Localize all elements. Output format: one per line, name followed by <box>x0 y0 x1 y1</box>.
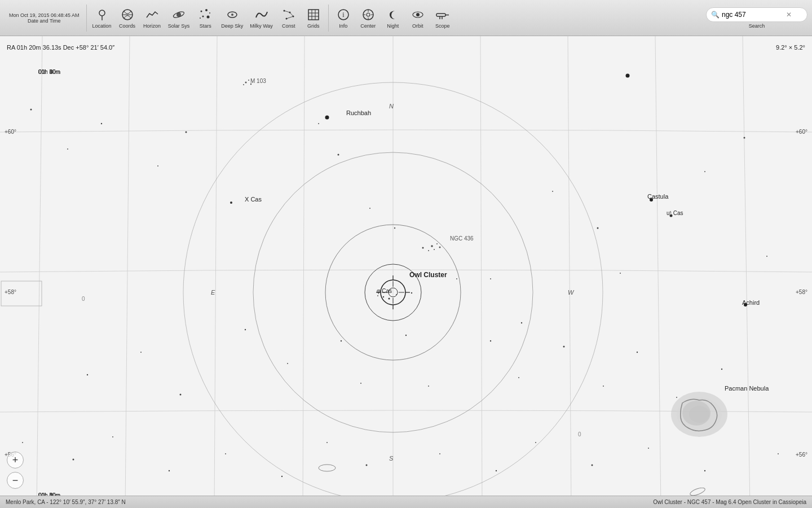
milkyway-label: Milky Way <box>250 23 273 29</box>
svg-point-88 <box>552 191 553 192</box>
separator-2 <box>328 5 329 32</box>
location-label: Location <box>92 23 112 29</box>
svg-point-9 <box>202 16 204 17</box>
svg-text:i: i <box>342 11 345 19</box>
dec-right-2: +56° <box>796 452 807 458</box>
zoom-out-button[interactable]: − <box>7 472 24 489</box>
direction-east: E <box>211 289 215 296</box>
horizon-icon <box>144 7 160 23</box>
search-clear-button[interactable]: ✕ <box>786 11 792 19</box>
fov-display: 9.2° × 5.2° <box>776 44 805 51</box>
location-button[interactable]: Location <box>89 6 115 30</box>
const-button[interactable]: Const <box>276 6 301 30</box>
svg-point-87 <box>521 322 522 323</box>
dec-left-1: +58° <box>5 289 16 295</box>
svg-point-105 <box>428 386 429 387</box>
coords-button[interactable]: Coords <box>115 6 140 30</box>
const-icon <box>281 7 297 23</box>
svg-point-83 <box>403 299 404 300</box>
starmap[interactable]: RA 01h 20m 36.13s Dec +58° 21′ 54.0″ 9.2… <box>0 36 812 508</box>
coords-label: Coords <box>119 23 135 29</box>
svg-point-102 <box>341 340 342 341</box>
svg-point-106 <box>490 340 491 341</box>
grids-button[interactable]: Grids <box>301 6 326 30</box>
svg-point-108 <box>563 346 565 348</box>
svg-point-131 <box>439 247 441 248</box>
svg-point-121 <box>439 453 440 454</box>
zoom-out-icon: − <box>12 475 19 487</box>
horizon-button[interactable]: Horizon <box>140 6 165 30</box>
svg-point-84 <box>389 298 390 300</box>
svg-point-119 <box>326 442 328 443</box>
svg-point-76 <box>394 227 395 229</box>
scope-button[interactable]: Scope <box>430 6 455 30</box>
grids-icon <box>306 7 321 23</box>
svg-point-67 <box>67 148 68 150</box>
stars-button[interactable]: Stars <box>193 6 218 30</box>
milkyway-button[interactable]: Milky Way <box>246 6 276 30</box>
svg-point-96 <box>744 303 747 306</box>
zero-label-left: 0 <box>82 296 85 302</box>
svg-point-116 <box>169 470 170 471</box>
horizon-label: Horizon <box>143 23 161 29</box>
orbit-label: Orbit <box>412 23 423 29</box>
info-label: Info <box>339 23 347 29</box>
night-button[interactable]: Night <box>381 6 405 30</box>
svg-point-11 <box>200 17 201 19</box>
svg-point-6 <box>201 11 202 12</box>
night-icon <box>385 7 401 23</box>
svg-point-139 <box>689 406 709 423</box>
orbit-icon <box>410 7 426 23</box>
svg-point-124 <box>592 465 593 466</box>
svg-point-103 <box>360 383 361 384</box>
svg-point-95 <box>766 256 767 257</box>
center-button[interactable]: Center <box>356 6 381 30</box>
svg-point-68 <box>101 123 102 124</box>
svg-point-34 <box>416 13 420 16</box>
oval-shape-1 <box>316 462 338 474</box>
svg-point-71 <box>230 202 232 204</box>
svg-point-89 <box>597 227 599 229</box>
svg-point-7 <box>205 9 208 11</box>
svg-point-107 <box>518 377 519 378</box>
ra-dec-value: RA 01h 20m 36.13s Dec +58° 21′ 54.0″ <box>7 44 114 51</box>
svg-point-123 <box>535 442 536 443</box>
svg-point-75 <box>369 208 370 209</box>
svg-point-114 <box>73 459 74 461</box>
info-button[interactable]: i Info <box>331 6 356 30</box>
svg-point-128 <box>431 246 433 247</box>
svg-point-127 <box>778 453 779 454</box>
ra-top-6: 00h 50m <box>38 69 60 75</box>
svg-point-117 <box>225 453 226 454</box>
svg-point-134 <box>250 84 251 85</box>
svg-point-112 <box>721 369 722 370</box>
scope-label: Scope <box>435 23 450 29</box>
toolbar: Mon Oct 19, 2015 06:48:45 AM Date and Ti… <box>0 0 812 36</box>
svg-point-91 <box>650 198 653 202</box>
oval-shape-2 <box>688 488 708 496</box>
svg-point-79 <box>456 278 457 279</box>
svg-point-110 <box>637 352 638 353</box>
search-container: 🔍 ✕ <box>706 7 807 22</box>
svg-point-90 <box>620 273 621 274</box>
svg-point-97 <box>87 374 88 375</box>
milkyway-icon <box>254 7 270 23</box>
svg-point-120 <box>366 465 368 466</box>
svg-line-19 <box>290 12 293 16</box>
zoom-in-button[interactable]: + <box>7 452 24 468</box>
solarsys-icon <box>171 7 187 23</box>
search-input[interactable] <box>722 11 784 19</box>
svg-point-82 <box>383 296 384 297</box>
zoom-in-icon: + <box>12 454 19 466</box>
svg-point-132 <box>245 82 247 84</box>
deepsky-button[interactable]: Deep Sky <box>218 6 246 30</box>
datetime-button[interactable]: Mon Oct 19, 2015 06:48:45 AM Date and Ti… <box>5 11 84 25</box>
orbit-button[interactable]: Orbit <box>405 6 430 30</box>
svg-point-85 <box>396 294 397 295</box>
solarsys-button[interactable]: Solar Sys <box>165 6 193 30</box>
stars-label: Stars <box>200 23 211 29</box>
svg-point-135 <box>243 84 244 85</box>
zero-label-right: 0 <box>578 431 581 437</box>
svg-point-73 <box>338 154 339 156</box>
svg-point-115 <box>112 436 113 437</box>
